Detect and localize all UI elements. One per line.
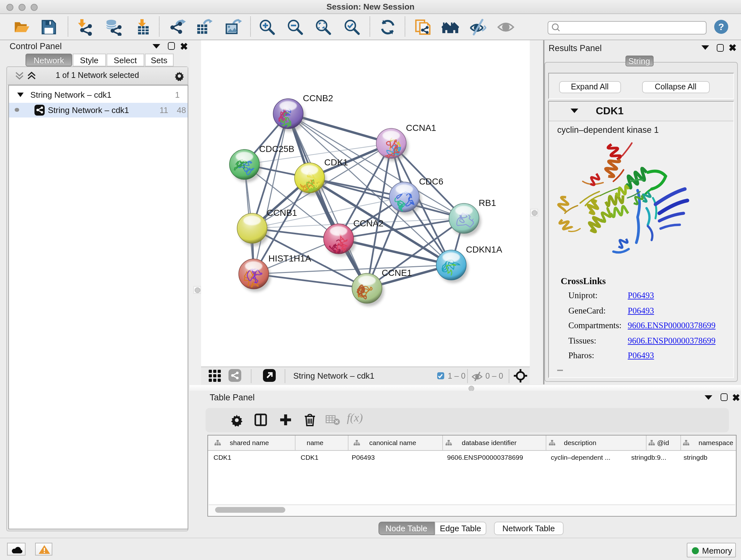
svg-text:CCNE1: CCNE1 [382, 267, 412, 277]
svg-text:CCNA1: CCNA1 [406, 123, 436, 132]
svg-text:CDC25B: CDC25B [259, 144, 294, 153]
svg-text:CCNA2: CCNA2 [353, 218, 384, 228]
svg-text:CDC6: CDC6 [419, 176, 443, 186]
svg-text:HIST1H1A: HIST1H1A [268, 253, 311, 263]
svg-text:RB1: RB1 [479, 198, 496, 207]
svg-text:CCNB1: CCNB1 [267, 207, 297, 217]
svg-text:CDKN1A: CDKN1A [466, 244, 502, 254]
svg-text:CDK1: CDK1 [324, 157, 348, 167]
svg-text:CCNB2: CCNB2 [303, 93, 333, 103]
